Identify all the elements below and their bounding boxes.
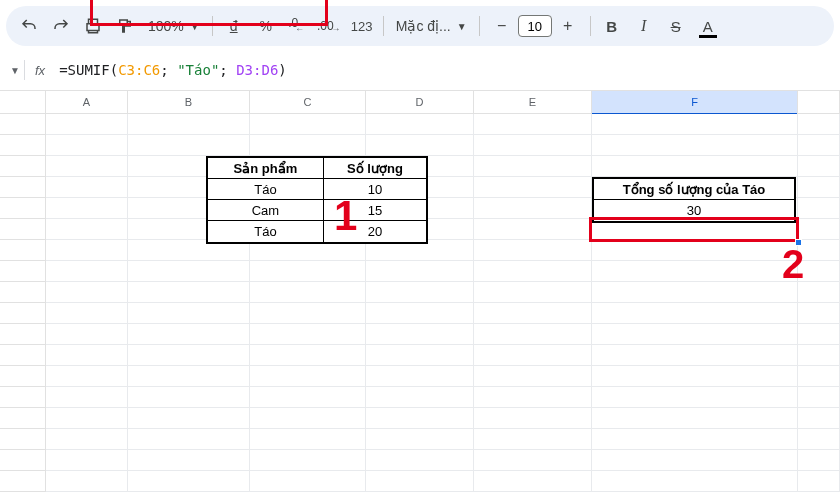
row-header[interactable] (0, 366, 46, 387)
cell[interactable] (798, 408, 840, 429)
cell[interactable] (474, 240, 592, 261)
cell[interactable] (592, 429, 798, 450)
cell[interactable] (474, 366, 592, 387)
cell[interactable] (250, 303, 366, 324)
col-header-B[interactable]: B (128, 91, 250, 113)
row-header[interactable] (0, 177, 46, 198)
cell[interactable] (250, 114, 366, 135)
cell[interactable] (128, 408, 250, 429)
currency-dong-button[interactable]: đ (219, 11, 249, 41)
cell[interactable] (366, 387, 474, 408)
cell[interactable] (46, 324, 128, 345)
cell[interactable] (46, 156, 128, 177)
cell[interactable] (474, 198, 592, 219)
cell[interactable] (128, 114, 250, 135)
cell[interactable] (250, 324, 366, 345)
cell[interactable] (46, 387, 128, 408)
cell[interactable] (474, 387, 592, 408)
cell[interactable] (798, 282, 840, 303)
summary-value[interactable]: 30 (594, 200, 794, 221)
cell[interactable] (592, 408, 798, 429)
decrease-decimal-button[interactable]: .0← (283, 11, 313, 41)
cell[interactable] (474, 135, 592, 156)
cell[interactable] (798, 177, 840, 198)
cell[interactable] (798, 156, 840, 177)
select-all-corner[interactable] (0, 91, 46, 113)
cell[interactable] (366, 345, 474, 366)
row-header[interactable] (0, 429, 46, 450)
cell[interactable] (250, 366, 366, 387)
cell[interactable] (250, 261, 366, 282)
cell[interactable] (46, 198, 128, 219)
cell[interactable] (46, 366, 128, 387)
header-qty[interactable]: Số lượng (324, 158, 426, 179)
cell[interactable] (128, 366, 250, 387)
formula-bar[interactable]: =SUMIF(C3:C6; "Táo"; D3:D6) (53, 58, 834, 82)
cell[interactable] (366, 366, 474, 387)
cell[interactable] (592, 240, 798, 261)
cell[interactable] (366, 261, 474, 282)
cell[interactable] (798, 366, 840, 387)
cell[interactable] (474, 324, 592, 345)
col-header-G[interactable] (798, 91, 840, 113)
print-button[interactable] (78, 11, 108, 41)
cell[interactable] (250, 408, 366, 429)
cell[interactable] (592, 156, 798, 177)
cell[interactable] (474, 261, 592, 282)
cell[interactable] (474, 345, 592, 366)
cell[interactable] (798, 261, 840, 282)
cell[interactable] (592, 345, 798, 366)
cell[interactable] (798, 198, 840, 219)
cell[interactable] (250, 471, 366, 492)
cell[interactable] (474, 429, 592, 450)
italic-button[interactable]: I (629, 11, 659, 41)
cell[interactable] (250, 135, 366, 156)
cell[interactable] (798, 135, 840, 156)
spreadsheet-grid[interactable]: // generate 18 empty rows via template b… (0, 114, 840, 492)
cell[interactable] (798, 114, 840, 135)
cell[interactable] (474, 303, 592, 324)
paint-format-button[interactable] (110, 11, 140, 41)
cell[interactable] (366, 408, 474, 429)
row-header[interactable] (0, 135, 46, 156)
row-header[interactable] (0, 219, 46, 240)
cell[interactable] (366, 135, 474, 156)
cell[interactable] (474, 471, 592, 492)
col-header-E[interactable]: E (474, 91, 592, 113)
cell[interactable] (798, 429, 840, 450)
col-header-D[interactable]: D (366, 91, 474, 113)
row-header[interactable] (0, 282, 46, 303)
font-dropdown[interactable]: Mặc đị...▼ (390, 18, 473, 34)
cell[interactable] (592, 471, 798, 492)
cell[interactable] (250, 387, 366, 408)
cell[interactable] (250, 429, 366, 450)
col-header-F[interactable]: F (592, 91, 798, 113)
summary-header[interactable]: Tổng số lượng của Táo (594, 179, 794, 200)
cell[interactable] (592, 114, 798, 135)
cell[interactable] (474, 219, 592, 240)
row-header[interactable] (0, 303, 46, 324)
cell[interactable] (798, 240, 840, 261)
cell[interactable] (474, 177, 592, 198)
cell[interactable] (46, 135, 128, 156)
row-header[interactable] (0, 450, 46, 471)
cell[interactable] (366, 282, 474, 303)
font-size-input[interactable] (518, 15, 552, 37)
row-header[interactable] (0, 471, 46, 492)
cell[interactable] (46, 303, 128, 324)
cell[interactable] (592, 303, 798, 324)
cell[interactable] (798, 387, 840, 408)
increase-decimal-button[interactable]: .00→ (315, 11, 345, 41)
cell[interactable] (474, 408, 592, 429)
col-header-A[interactable]: A (46, 91, 128, 113)
font-size-decrease[interactable]: − (490, 14, 514, 38)
cell[interactable] (366, 471, 474, 492)
cell[interactable] (46, 114, 128, 135)
cell[interactable] (592, 450, 798, 471)
cell[interactable] (46, 450, 128, 471)
cell[interactable] (474, 282, 592, 303)
redo-button[interactable] (46, 11, 76, 41)
cell[interactable] (798, 471, 840, 492)
cell[interactable] (250, 450, 366, 471)
cell[interactable] (128, 345, 250, 366)
